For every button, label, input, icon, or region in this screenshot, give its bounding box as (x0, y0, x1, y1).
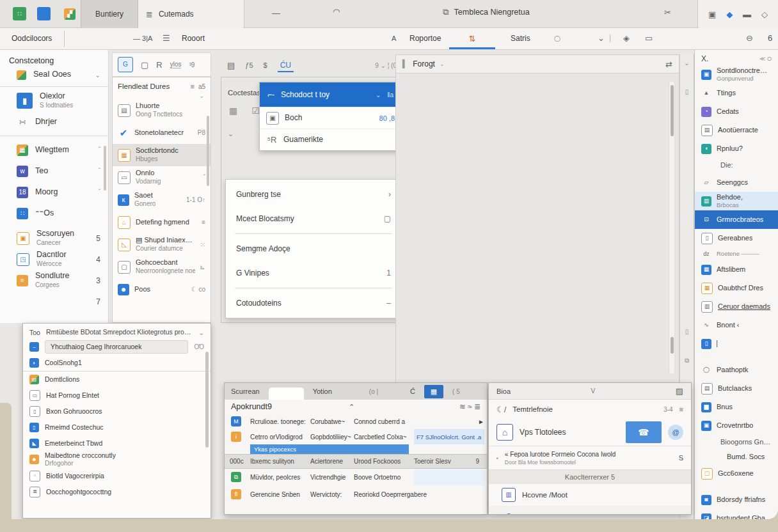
expand-icon[interactable]: ⇄ (665, 60, 672, 68)
titlebar-tab-buntiery[interactable]: Buntiery (81, 0, 138, 28)
refresh-icon[interactable]: Ć (410, 387, 415, 395)
inspector-item[interactable]: Die: (695, 158, 778, 173)
inspector-item[interactable]: Bumd. Socs (695, 450, 778, 464)
image-icon[interactable]: ▨ (676, 387, 683, 395)
canvas-scroll-thumb[interactable] (671, 85, 674, 136)
contact-row-phone[interactable]: ⌂ Vps Tlotolees ☎ @ (489, 419, 691, 446)
contact-row-detail[interactable]: ▪ « Fepoa lurotoe Forrneio Cocona IwoldD… (489, 446, 691, 470)
chevron-down-icon[interactable]: ⌄ (113, 93, 210, 99)
page-icon[interactable]: ▯ (685, 88, 689, 95)
highlighted-cell[interactable]: F7 SJlnoOlolcrt. Gont .a (414, 429, 484, 444)
tool-panel-item[interactable]: – Yhcuthaiog Caeg Ihrorcaruoek ΟΌ (23, 339, 210, 355)
inspector-item[interactable]: ▦ Oaubthcf Dres (695, 279, 778, 297)
menu-item[interactable]: Cotoudoteins – (226, 291, 401, 315)
inspector-item[interactable]: ∿ Bnont ‹ (695, 316, 778, 334)
tab-yotion[interactable]: Yotion (313, 387, 332, 395)
sparkle-icon[interactable]: ◆ (726, 10, 733, 19)
panel-scrollbar[interactable] (205, 352, 209, 448)
inspector-item[interactable]: ▥ Behdoe,Brbocas (695, 192, 778, 210)
contact-row[interactable]: ☾/ Temtrlefnoie 3-4 ≡ (489, 400, 691, 419)
checkbox-icon[interactable]: ☑ (251, 106, 260, 116)
zoom-control[interactable]: — 3|A (133, 35, 152, 42)
inspector-item[interactable]: ▯ ⎸ (695, 334, 778, 353)
diamond-icon[interactable]: ◈ (623, 34, 630, 42)
collapse-icon[interactable]: ≪ O (759, 56, 772, 62)
list-item[interactable]: ◺ ▤ Shupd IniaexeclocCourier datumce ⁙ (113, 233, 210, 256)
inspector-item[interactable]: ▆ Bnus (695, 398, 778, 416)
report-label[interactable]: Rooort (182, 34, 205, 43)
table-row[interactable]: M Rcrulioae. toonege: Corubatwe~ Connod … (225, 414, 487, 429)
account-row[interactable]: SeaI Ooes ⌄ (0, 66, 108, 83)
minimize-icon[interactable]: — (272, 9, 280, 17)
inspector-item[interactable]: ◔ Cedats (695, 102, 778, 121)
inspector-item[interactable]: ▱ Seenggcs (695, 173, 778, 192)
schedule-dropdown-header[interactable]: ⌐- Schodoct t toy ⌄ ‖a (260, 82, 401, 107)
menu-item[interactable]: Mcect Blocatsmy ▢ (226, 207, 401, 231)
flag-icon[interactable]: R (156, 61, 162, 69)
equalizer-icon[interactable]: ≡ (190, 83, 194, 90)
tab-scurrean[interactable]: Scurrean (231, 387, 260, 395)
inspector-item[interactable]: ▤ Butclaacks (695, 379, 778, 398)
sidebar-item[interactable]: w Teo ˇ (0, 160, 108, 182)
scissors-icon[interactable]: ✂ (664, 8, 671, 17)
chevron-down-icon[interactable]: ⌄ (598, 34, 605, 42)
grid-view-icon[interactable]: G (118, 57, 133, 72)
tool-panel-item[interactable]: ▭ Hat Pornog Elntet (23, 387, 210, 403)
tab-sort-active[interactable]: ⇅ (449, 28, 495, 49)
sidebar-item[interactable]: ≡ SondlutreCorgees 3 (0, 270, 108, 291)
chevron-down-icon[interactable]: ⌄ (198, 329, 204, 336)
inspector-item[interactable]: ▦ Aftslibem (695, 260, 778, 279)
list-item[interactable]: ☻ Poos ☾ co (113, 278, 210, 301)
inspector-item[interactable]: ◪ bsrtundent Gba (695, 509, 778, 519)
tool-panel-item[interactable]: ≣ Oocchogohtgococttng (23, 484, 210, 500)
small-grid-icon[interactable]: ▦ (229, 106, 237, 116)
mention-button[interactable]: @ (668, 425, 683, 440)
ribbon-left-label[interactable]: Oodcilocors (12, 34, 52, 43)
menu-icon[interactable]: ☰ (163, 34, 170, 42)
inspector-item[interactable]: ▢ Gcc6oxene (695, 464, 778, 483)
sidebar-item[interactable]: 7 (0, 291, 108, 312)
align-icons[interactable]: ≋ ≈ ≣ (459, 403, 480, 411)
menu-item[interactable]: Gunbrerg tse › (226, 182, 401, 207)
inspector-item[interactable]: Bioogorns Gnvu: (695, 435, 778, 450)
app-icon-green[interactable]: ∷ (13, 7, 26, 20)
list-item[interactable]: ⌂ Detefing hgmend ≡ (113, 211, 210, 233)
inspector-item[interactable]: ▲ Ttings (695, 84, 778, 102)
table-row[interactable]: fl Gerencine Snben Wervictoty: Reoriokd … (225, 485, 487, 503)
sidebar-item[interactable]: 18 Moorg ˇ (0, 182, 108, 203)
sidebar-item[interactable]: ▣ ScsoruyenCanecer 5 ≋ (0, 228, 108, 249)
canvas-scroll-track[interactable] (669, 81, 675, 375)
inspector-item[interactable]: ◯ Paathoptk (695, 361, 778, 379)
inspector-item[interactable]: ▣ Crovetnrtbo (695, 416, 778, 435)
sidebar-item[interactable]: ▦ Wlegttem ˆ (0, 139, 108, 160)
folder-icon[interactable]: ▤ (227, 61, 235, 70)
inspector-item[interactable]: ◙ Bdorsdy ffriafns (695, 490, 778, 509)
table-row[interactable]: ⧉ Müvldor, peolcres Victrendhgie Boove O… (225, 469, 487, 485)
list-scrollbar[interactable] (207, 116, 209, 186)
call-button[interactable]: ☎ (626, 421, 662, 443)
tool-panel-item[interactable]: ▯ Bxon Gohruoocros (23, 403, 210, 419)
menu-item[interactable]: ⁵R Guamerikte (260, 129, 401, 150)
letter-a-icon[interactable]: A (392, 35, 396, 42)
chevron-down-icon[interactable]: ⌄ (440, 61, 445, 67)
sidebar-item[interactable]: ▮ OiexlorS lodtnaties (0, 90, 108, 111)
fx-icon[interactable]: ƒ5 (245, 62, 253, 69)
table-row[interactable]: i Cetrro orVlodigrod Gopbdotiliiey~ Carc… (225, 429, 487, 444)
menu-icon[interactable]: ≡ (679, 406, 683, 413)
tab-reports[interactable]: Roportoe (409, 34, 441, 43)
list-item[interactable]: ▦ SoctlcbrtondcHbuges (113, 144, 210, 166)
sidebar-item[interactable]: ◳ DacntlorWérocce 4 (0, 249, 108, 270)
anchor-icon[interactable]: ⌃ (349, 403, 354, 411)
tool-panel-item[interactable]: ◣ Emeterbeinct Tbwd (23, 435, 210, 451)
menu-item[interactable] (235, 233, 392, 234)
cu-active-tool[interactable]: ĆU (278, 59, 294, 72)
contact-row-home[interactable]: ▥ Hcovne /Moot (489, 484, 691, 506)
inspector-item[interactable] (695, 483, 778, 490)
inspector-item[interactable]: ▥ Ceruor daemads (695, 297, 778, 316)
frame-icon[interactable]: ▣ (708, 10, 716, 19)
menu-item[interactable]: Semgme Adoçe (226, 237, 401, 261)
rect-icon[interactable]: ▭ (645, 34, 653, 42)
page-icon[interactable]: ▯ (685, 328, 689, 335)
sidebar-item[interactable]: ∺ Dhrjer (0, 111, 108, 132)
sidebar-scrollbar[interactable] (104, 146, 106, 191)
